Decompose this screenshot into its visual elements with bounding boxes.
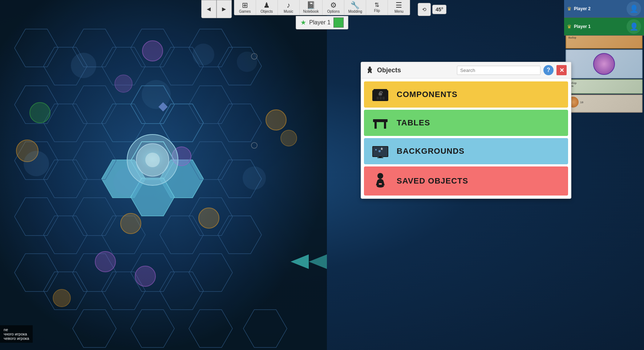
svg-rect-79 <box>373 119 388 122</box>
games-button[interactable]: ⊞ Games <box>234 0 256 15</box>
svg-marker-43 <box>243 310 287 347</box>
svg-marker-28 <box>160 216 203 254</box>
svg-marker-27 <box>102 216 145 254</box>
svg-marker-13 <box>189 86 232 124</box>
svg-point-60 <box>24 151 49 176</box>
objects-icon: ♟ <box>263 1 270 9</box>
games-icon: ⊞ <box>242 1 248 9</box>
svg-rect-75 <box>377 97 379 100</box>
backgrounds-label: BACKGROUNDS <box>397 146 465 156</box>
player1-avatar: 👤 <box>627 19 641 34</box>
objects-label: Objects <box>260 9 273 13</box>
help-button[interactable]: ? <box>543 65 554 75</box>
svg-point-55 <box>53 289 70 307</box>
components-icon <box>371 87 389 102</box>
svg-rect-78 <box>379 93 382 95</box>
player-color-box[interactable] <box>333 17 344 28</box>
card-item: 18 <box>566 94 643 113</box>
svg-marker-7 <box>44 47 87 85</box>
svg-point-53 <box>95 252 116 272</box>
svg-marker-41 <box>131 310 174 347</box>
svg-point-47 <box>16 140 38 162</box>
search-input[interactable] <box>457 66 540 75</box>
flip-icon: ⇅ <box>374 2 379 8</box>
menu-button[interactable]: ☰ Menu <box>388 0 410 15</box>
player-list: ♛ Player 2 👤 ♛ Player 1 👤 <box>564 0 644 36</box>
angle-indicator: ⟲ 45° <box>418 3 446 16</box>
modding-button[interactable]: 🔧 Modding <box>344 0 366 15</box>
options-button[interactable]: ⚙ Options <box>323 0 344 15</box>
svg-marker-30 <box>218 216 262 254</box>
svg-marker-35 <box>131 254 174 291</box>
flip-label: Flip <box>374 9 380 13</box>
svg-point-57 <box>142 80 171 109</box>
objects-content: COMPONENTS TABLES <box>361 79 571 198</box>
player-name: Player 1 <box>309 19 331 26</box>
notebook-icon: 📓 <box>307 1 316 9</box>
player-star-icon: ★ <box>300 19 306 27</box>
music-button[interactable]: ♪ Music <box>278 0 300 15</box>
tables-icon <box>371 116 389 130</box>
svg-point-44 <box>142 41 163 61</box>
angle-value: 45° <box>432 5 446 14</box>
toolbar-main: ⊞ Games ♟ Objects ♪ Music 📓 Notebook ⚙ O… <box>234 0 410 15</box>
backgrounds-button[interactable]: BACKGROUNDS <box>364 138 568 164</box>
player2-name: Player 2 <box>574 6 624 11</box>
nav-forward-button[interactable]: ► <box>216 0 232 18</box>
status-area: ne чного игрока чевого игрока <box>0 325 33 343</box>
svg-marker-5 <box>189 29 232 67</box>
tables-button[interactable]: TABLES <box>364 110 568 136</box>
svg-point-65 <box>145 153 160 167</box>
backgrounds-icon <box>371 144 389 158</box>
music-label: Music <box>284 9 293 13</box>
svg-marker-26 <box>73 198 116 236</box>
svg-marker-33 <box>73 254 116 291</box>
svg-marker-16 <box>15 86 58 124</box>
close-button[interactable]: ✕ <box>556 65 567 75</box>
flip-button[interactable]: ⇅ Flip <box>366 0 388 15</box>
svg-marker-21 <box>73 142 116 180</box>
modding-icon: 🔧 <box>351 1 360 9</box>
svg-point-51 <box>199 208 219 228</box>
saved-objects-icon <box>371 172 389 190</box>
svg-rect-88 <box>377 157 383 158</box>
saved-objects-button[interactable]: SAVED OBJECTS <box>364 166 568 196</box>
svg-point-56 <box>71 53 96 78</box>
crown-icon: ♛ <box>567 6 572 12</box>
objects-button[interactable]: ♟ Objects <box>256 0 278 15</box>
status-line3: чевого игрока <box>4 336 29 341</box>
notebook-button[interactable]: 📓 Notebook <box>300 0 323 15</box>
svg-point-84 <box>375 149 377 150</box>
player-list-item[interactable]: ♛ Player 2 👤 <box>564 0 644 18</box>
svg-marker-15 <box>44 104 87 142</box>
components-label: COMPONENTS <box>397 90 458 99</box>
music-icon: ♪ <box>287 1 290 9</box>
nav-back-button[interactable]: ◄ <box>201 0 216 18</box>
menu-label: Menu <box>394 9 404 13</box>
svg-marker-19 <box>160 160 203 198</box>
components-button[interactable]: COMPONENTS <box>364 81 568 108</box>
svg-marker-29 <box>189 198 232 236</box>
svg-marker-12 <box>160 104 203 142</box>
svg-point-70 <box>251 142 257 148</box>
svg-marker-9 <box>73 86 116 124</box>
svg-marker-25 <box>15 142 58 180</box>
svg-point-46 <box>30 102 50 123</box>
svg-marker-40 <box>73 310 116 347</box>
svg-point-58 <box>193 44 214 65</box>
svg-marker-8 <box>15 29 58 67</box>
svg-point-48 <box>266 110 286 130</box>
player-list-item[interactable]: ♛ Player 1 👤 <box>564 18 644 36</box>
svg-marker-38 <box>44 272 87 310</box>
svg-rect-66 <box>158 102 167 111</box>
card-item <box>566 49 643 79</box>
svg-point-49 <box>281 130 297 146</box>
player-bar: ★ Player 1 <box>296 16 348 29</box>
rotation-icon: ⟲ <box>418 3 431 16</box>
svg-marker-32 <box>15 198 58 236</box>
svg-point-90 <box>377 185 384 188</box>
svg-rect-77 <box>382 97 385 100</box>
svg-point-64 <box>136 144 169 176</box>
svg-marker-6 <box>218 47 262 85</box>
svg-point-52 <box>121 213 141 234</box>
